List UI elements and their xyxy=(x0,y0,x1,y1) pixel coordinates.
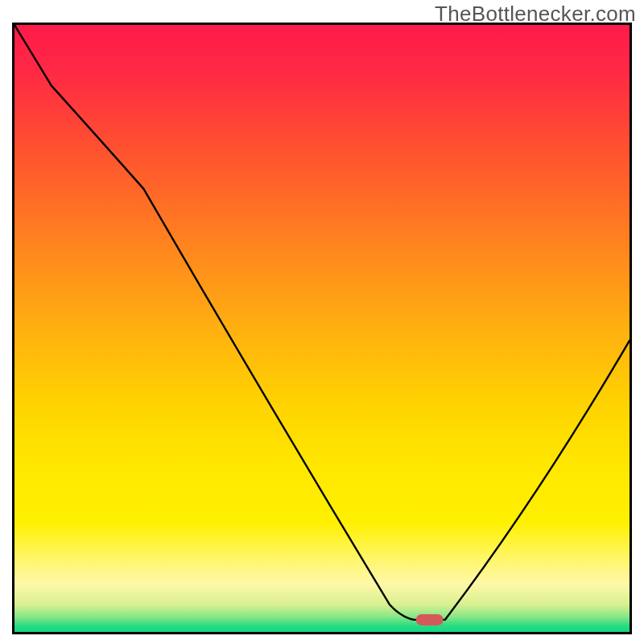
plot-area xyxy=(12,23,632,634)
minimum-marker xyxy=(416,614,444,625)
chart-frame: TheBottlenecker.com xyxy=(0,0,644,644)
bottleneck-curve xyxy=(14,25,630,620)
watermark-text: TheBottlenecker.com xyxy=(435,2,636,27)
curve-layer xyxy=(14,25,630,632)
